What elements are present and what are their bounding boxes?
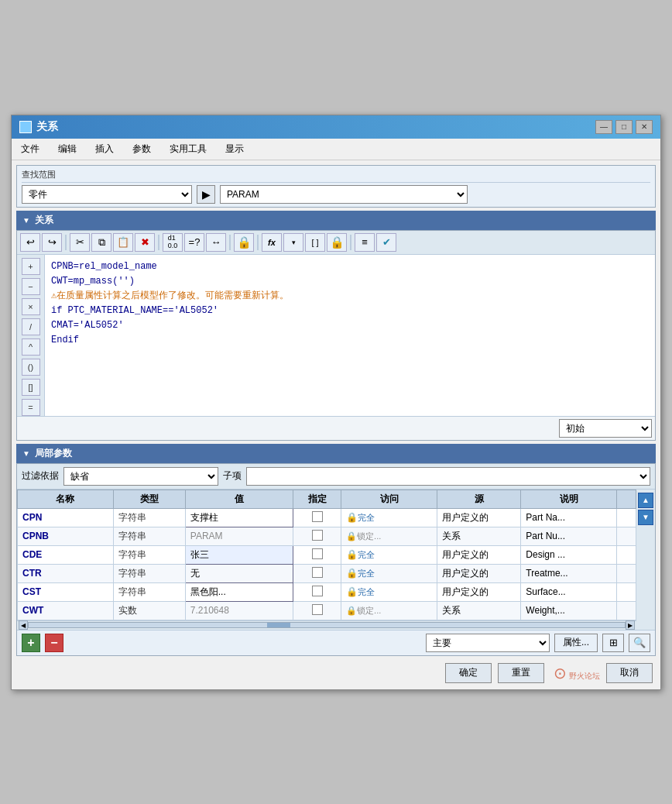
function-button[interactable]: fx: [262, 233, 282, 252]
params-table-wrapper: 名称 类型 值 指定 访问 源 说明 CPN 字符: [17, 490, 655, 630]
list-button[interactable]: ≡: [355, 233, 375, 252]
sub-filter-label: 子项: [223, 469, 242, 483]
row-assign-5[interactable]: [293, 582, 341, 601]
row-extra-2: [617, 527, 636, 545]
row-name-5: CST: [18, 582, 114, 601]
power-btn[interactable]: ^: [22, 338, 40, 356]
menu-edit[interactable]: 编辑: [55, 141, 80, 157]
row-name-6: CWT: [18, 601, 114, 620]
row-assign-4[interactable]: [293, 564, 341, 582]
cut-button[interactable]: ✂: [70, 233, 90, 252]
row-assign-3[interactable]: [293, 545, 341, 564]
row-value-1[interactable]: 支撑柱: [185, 508, 293, 527]
cancel-button[interactable]: 取消: [606, 663, 653, 683]
row-type-2: 字符串: [113, 527, 185, 545]
dropdown-arrow-button[interactable]: ▾: [283, 233, 303, 252]
close-button[interactable]: ✕: [636, 120, 653, 134]
row-type-4: 字符串: [113, 564, 185, 582]
row-access-2: 🔒锁定...: [341, 527, 437, 545]
relations-toolbar: ↩ ↪ ✂ ⧉ 📋 ✖ d10.0 =? ↔ 🔒 fx ▾ [ ] 🔒 ≡ ✔: [17, 231, 655, 255]
plus-btn[interactable]: +: [22, 258, 40, 275]
paste-button[interactable]: 📋: [113, 233, 133, 252]
col-header-name: 名称: [18, 490, 114, 508]
minus-btn[interactable]: −: [22, 278, 40, 295]
local-params-header: ▼ 局部参数: [16, 444, 656, 463]
row-access-6: 🔒锁定...: [341, 601, 437, 620]
checkbox-3[interactable]: [312, 548, 323, 559]
copy-button[interactable]: ⧉: [91, 233, 111, 252]
row-value-4[interactable]: 无: [185, 564, 293, 582]
scroll-left-btn[interactable]: ◀: [19, 620, 28, 630]
check-button[interactable]: ✔: [376, 233, 396, 252]
scroll-down-button[interactable]: ▼: [638, 510, 653, 525]
row-type-1: 字符串: [113, 508, 185, 527]
measure-button[interactable]: ↔: [206, 233, 226, 252]
row-value-3[interactable]: 张三: [185, 545, 293, 564]
lock-button[interactable]: 🔒: [234, 233, 254, 252]
dimension-button[interactable]: d10.0: [163, 233, 183, 252]
watermark: ⊙ 野火论坛: [554, 664, 600, 682]
parens-btn[interactable]: (): [22, 359, 40, 376]
properties-button[interactable]: 属性...: [554, 634, 598, 652]
maximize-button[interactable]: □: [615, 120, 633, 134]
minimize-button[interactable]: —: [595, 120, 612, 134]
checkbox-1[interactable]: [312, 511, 323, 522]
menu-tools[interactable]: 实用工具: [166, 141, 210, 157]
status-dropdown[interactable]: 初始 已锁定 已验证: [559, 419, 652, 438]
add-param-button[interactable]: +: [22, 634, 40, 652]
relations-header-label: 关系: [35, 214, 53, 227]
sub-filter-dropdown[interactable]: [246, 467, 650, 486]
checkbox-2[interactable]: [312, 530, 323, 541]
row-extra-5: [617, 582, 636, 601]
menu-file[interactable]: 文件: [18, 141, 43, 157]
horizontal-scrollbar[interactable]: ◀ ▶: [17, 620, 636, 630]
grid-view-button[interactable]: ⊞: [602, 634, 624, 652]
scroll-track[interactable]: [28, 622, 626, 628]
scope-dropdown[interactable]: 零件: [22, 185, 192, 204]
row-extra-3: [617, 545, 636, 564]
search-section: 查找范围 零件 ▶ PARAM: [16, 165, 656, 208]
reset-button[interactable]: 重置: [498, 663, 544, 683]
checkbox-4[interactable]: [312, 567, 323, 578]
delete-button[interactable]: ✖: [135, 233, 155, 252]
code-editor: + − × / ^ () [] = CPNB=rel_model_name CW…: [17, 255, 655, 416]
row-assign-1[interactable]: [293, 508, 341, 527]
confirm-button[interactable]: 确定: [445, 663, 492, 683]
param-dropdown[interactable]: PARAM: [220, 185, 468, 204]
menu-insert[interactable]: 插入: [92, 141, 117, 157]
row-desc-2: Part Nu...: [521, 527, 617, 545]
col-header-source: 源: [437, 490, 520, 508]
checkbox-5[interactable]: [312, 586, 323, 596]
row-assign-6[interactable]: [293, 601, 341, 620]
category-dropdown[interactable]: 主要: [426, 634, 550, 652]
menu-params[interactable]: 参数: [129, 141, 154, 157]
select-arrow-button[interactable]: ▶: [197, 185, 215, 204]
code-text-area[interactable]: CPNB=rel_model_name CWT=mp_mass('') ⚠在质量…: [45, 255, 655, 416]
checkbox-6[interactable]: [312, 604, 323, 615]
remove-param-button[interactable]: −: [45, 634, 63, 652]
menu-display[interactable]: 显示: [222, 141, 247, 157]
redo-button[interactable]: ↪: [42, 233, 62, 252]
equals-op-btn[interactable]: =: [22, 399, 40, 416]
lock2-button[interactable]: 🔒: [327, 233, 347, 252]
filter-dropdown[interactable]: 缺省: [63, 467, 218, 486]
filter-row: 过滤依据 缺省 子项: [17, 464, 655, 490]
row-value-6: 7.210648: [185, 601, 293, 620]
params-bottom-toolbar: + − 主要 属性... ⊞ 🔍: [17, 630, 655, 655]
divide-btn[interactable]: /: [22, 318, 40, 335]
bracket-button[interactable]: [ ]: [305, 233, 325, 252]
row-assign-2[interactable]: [293, 527, 341, 545]
scroll-thumb: [267, 623, 290, 627]
brackets-btn[interactable]: []: [22, 379, 40, 396]
window-title: 关系: [36, 120, 58, 134]
row-access-5: 🔒完全: [341, 582, 437, 601]
multiply-btn[interactable]: ×: [22, 298, 40, 315]
toolbar-separator-2: [158, 235, 159, 250]
undo-button[interactable]: ↩: [20, 233, 40, 252]
relations-content: ↩ ↪ ✂ ⧉ 📋 ✖ d10.0 =? ↔ 🔒 fx ▾ [ ] 🔒 ≡ ✔ …: [16, 230, 656, 441]
equals-button[interactable]: =?: [184, 233, 204, 252]
scroll-up-button[interactable]: ▲: [638, 493, 653, 508]
search-params-button[interactable]: 🔍: [629, 634, 650, 652]
scroll-right-btn[interactable]: ▶: [626, 620, 635, 630]
row-value-5[interactable]: 黑色阳...: [185, 582, 293, 601]
